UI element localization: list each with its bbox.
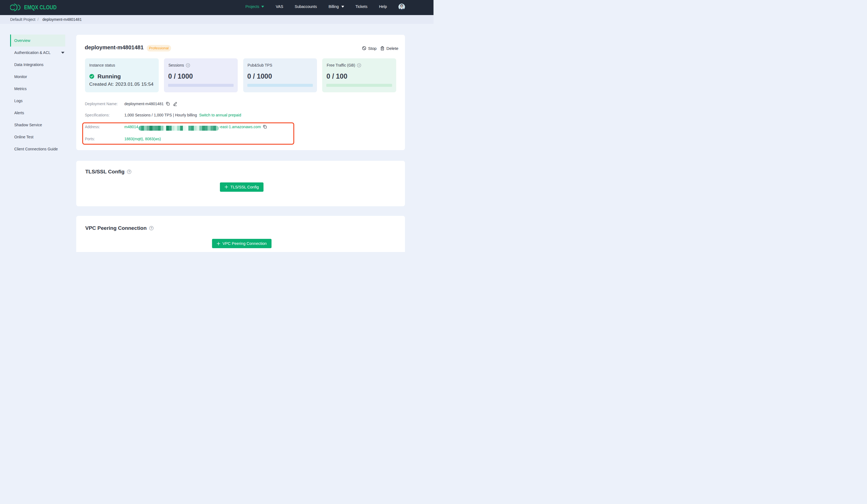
svg-text:?: ? — [128, 170, 130, 173]
svg-text:EMQX CLOUD: EMQX CLOUD — [24, 4, 57, 11]
svg-text:?: ? — [187, 64, 189, 67]
svg-text:?: ? — [151, 226, 152, 230]
svg-text:?: ? — [358, 64, 360, 67]
